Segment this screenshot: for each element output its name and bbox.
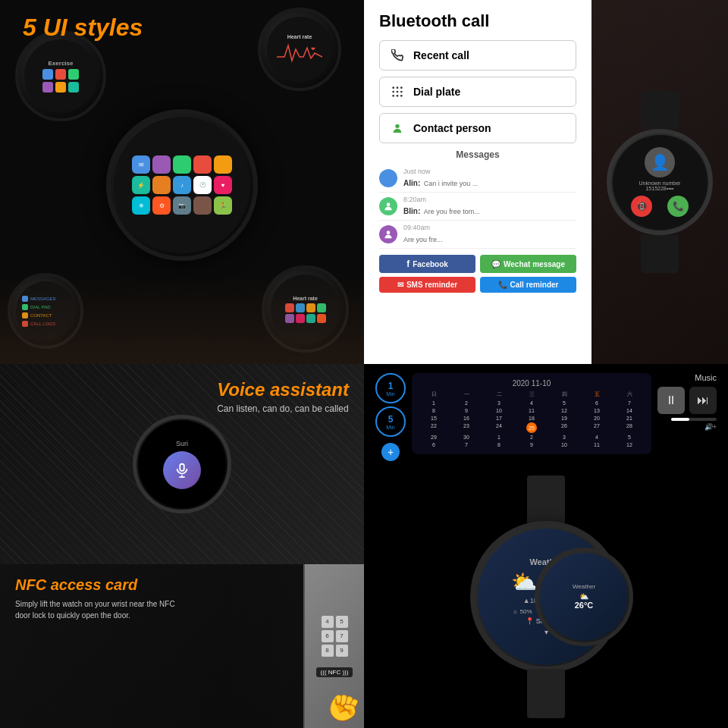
svg-point-1	[392, 86, 394, 89]
accept-button[interactable]: 📞	[667, 196, 689, 217]
volume-icon: 🔊+	[704, 423, 717, 431]
side-watch-label: Weather	[573, 583, 595, 590]
dial-plate-label: Dial plate	[413, 86, 460, 98]
calendar-day-16: 16	[450, 415, 482, 422]
calendar-day-10: 10	[548, 441, 580, 448]
svg-point-3	[400, 86, 403, 89]
timer-section: 1 Min 5 Min +	[375, 373, 406, 461]
calendar-day-4: 4	[581, 434, 613, 441]
weather-watch-container: Weather ⛅ 26°C ▲18°C ▼26°C ☼ 50% ⊙ N ☼ L…	[466, 465, 626, 728]
recent-call-label: Recent call	[413, 49, 469, 61]
avatar-blin	[379, 197, 397, 215]
calendar-day-18: 18	[516, 415, 548, 422]
svg-point-8	[397, 95, 399, 97]
weekday-mon: 一	[450, 391, 482, 398]
dialpad-icon	[389, 83, 406, 100]
call-reminder-icon: 📞	[498, 281, 507, 289]
calendar-day-2: 2	[450, 400, 482, 406]
msg-name-1: Alin:	[403, 179, 420, 187]
voice-text-area: Voice assistant Can listen, can do, can …	[217, 379, 349, 414]
msg-name-2: Blin:	[403, 207, 420, 215]
side-watch: Weather ⛅ 26°C	[535, 548, 633, 646]
calendar-day-26: 26	[548, 422, 580, 433]
weekday-thu: 四	[548, 391, 580, 398]
mic-button[interactable]	[163, 451, 201, 489]
key-7: 7	[336, 630, 348, 642]
calendar-day-6: 6	[418, 441, 450, 448]
timer-1min[interactable]: 1 Min	[375, 373, 406, 403]
calendar-day-17: 17	[483, 415, 515, 422]
calendar-day-21: 21	[613, 415, 645, 422]
timer-unit-1: Min	[386, 391, 394, 397]
recent-call-item[interactable]: Recent call	[379, 40, 576, 71]
calendar-day-22: 22	[418, 422, 450, 433]
nfc-title: NFC access card	[15, 576, 182, 594]
contact-person-item[interactable]: Contact person	[379, 113, 576, 143]
dial-plate-item[interactable]: Dial plate	[379, 77, 576, 107]
svg-point-7	[392, 95, 394, 97]
calendar-day-7: 7	[613, 400, 645, 406]
add-timer-button[interactable]: +	[381, 443, 400, 461]
calendar-day-14: 14	[613, 407, 645, 414]
strap-top	[527, 475, 565, 525]
timer-5-value: 5	[388, 414, 394, 425]
contact-person-label: Contact person	[413, 122, 491, 134]
calendar-day-12: 12	[613, 441, 645, 448]
svg-text:❤: ❤	[311, 46, 315, 52]
weather-humidity: ☼ 50%	[513, 608, 532, 615]
facebook-button[interactable]: f Facebook	[379, 255, 475, 273]
svg-point-5	[397, 91, 399, 93]
messages-title: Messages	[379, 149, 576, 160]
sms-reminder-button[interactable]: ✉ SMS reminder	[379, 277, 475, 293]
svg-point-4	[392, 91, 394, 93]
weekday-sat: 六	[613, 391, 645, 398]
calling-watch: 👤 Unknown number1515228•••• 📵 📞	[607, 129, 713, 235]
message-item-2: 8:20am Blin: Are you free tom...	[379, 193, 576, 221]
call-reminder-button[interactable]: 📞 Call reminder	[480, 277, 576, 293]
wechat-icon: 💬	[491, 260, 500, 268]
calendar-day-9: 9	[516, 441, 548, 448]
nfc-badge: ((( NFC )))	[316, 667, 353, 677]
play-pause-button[interactable]: ⏸	[657, 387, 685, 414]
weekday-tue: 二	[483, 391, 515, 398]
calendar-day-3: 3	[548, 434, 580, 441]
calendar-day-6: 6	[581, 400, 613, 406]
watch-exercise: Exercise	[15, 30, 106, 121]
sms-label: SMS reminder	[406, 281, 457, 289]
calendar-day-1: 1	[418, 400, 450, 406]
calendar-day-10: 10	[483, 407, 515, 414]
voice-assistant-subtitle: Can listen, can do, can be called	[217, 403, 349, 414]
person-icon	[389, 120, 406, 136]
strap-bottom	[527, 669, 565, 718]
calendar-day-9: 9	[450, 407, 482, 414]
calendar-day-23: 23	[450, 422, 482, 433]
exercise-label: Exercise	[49, 60, 74, 67]
calendar-day-8: 8	[418, 407, 450, 414]
svg-rect-13	[180, 463, 184, 470]
timer-5min[interactable]: 5 Min	[375, 406, 406, 437]
sms-icon: ✉	[397, 281, 403, 289]
calendar-day-11: 11	[581, 441, 613, 448]
calendar-day-27: 27	[581, 422, 613, 433]
calendar-day-11: 11	[516, 407, 548, 414]
watch-list-style: MESSAGES DIAL PAD CONTACT CALL LOGS	[8, 273, 83, 349]
calendar-day-28: 28	[613, 422, 645, 433]
svg-point-6	[400, 91, 403, 93]
wechat-button[interactable]: 💬 Wechat message	[480, 255, 576, 273]
calendar-day-7: 7	[450, 441, 482, 448]
voice-assistant-section: Voice assistant Can listen, can do, can …	[0, 364, 364, 564]
calendar-day-13: 13	[581, 407, 613, 414]
calendar-day-20: 20	[581, 415, 613, 422]
bluetooth-call-title: Bluetooth call	[379, 11, 576, 31]
decline-button[interactable]: 📵	[631, 196, 652, 217]
calendar-day-8: 8	[483, 441, 515, 448]
caller-number: Unknown number1515228••••	[639, 180, 681, 191]
key-6: 6	[322, 630, 334, 642]
nfc-section: NFC access card Simply lift the watch on…	[0, 564, 364, 728]
watch-heart-rate: Heart rate ❤	[258, 8, 341, 91]
calendar-day-15: 15	[418, 415, 450, 422]
svg-point-12	[387, 231, 391, 234]
calendar-day-19: 19	[548, 415, 580, 422]
next-track-button[interactable]: ⏭	[689, 387, 717, 414]
msg-time-1: Just now	[403, 168, 576, 175]
